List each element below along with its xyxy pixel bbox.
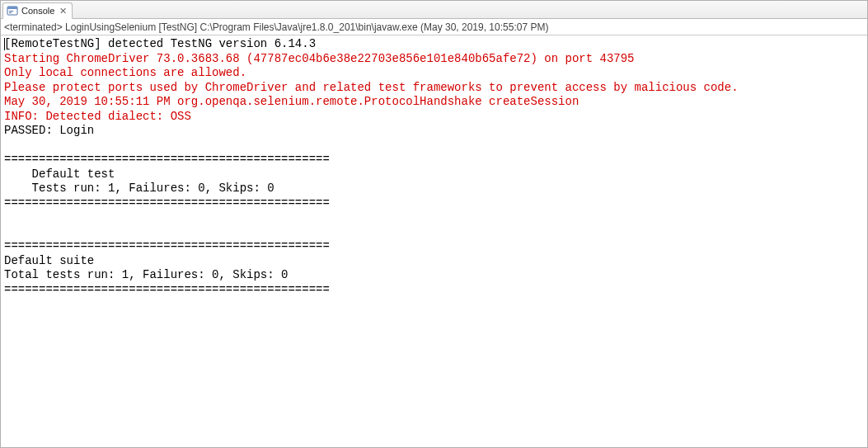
tab-label: Console — [21, 6, 54, 16]
console-line-text: PASSED: Login — [4, 124, 94, 137]
console-line: Total tests run: 1, Failures: 0, Skips: … — [4, 268, 864, 283]
status-config: LoginUsingSelenium [TestNG] — [65, 21, 197, 33]
console-line — [4, 139, 864, 153]
status-timestamp: (May 30, 2019, 10:55:07 PM) — [420, 21, 548, 33]
console-line-text: [RemoteTestNG] detected TestNG version 6… — [4, 37, 316, 50]
console-line-text: Total tests run: 1, Failures: 0, Skips: … — [4, 268, 288, 281]
console-line-text: ========================================… — [4, 239, 330, 252]
console-line: May 30, 2019 10:55:11 PM org.openqa.sele… — [4, 95, 864, 110]
console-line-text: ========================================… — [4, 283, 330, 296]
console-line: ========================================… — [4, 153, 864, 167]
console-line-text — [4, 225, 11, 238]
console-line-text — [4, 210, 11, 224]
console-line: ========================================… — [4, 239, 864, 254]
close-icon[interactable]: ✕ — [59, 7, 67, 16]
console-line: Starting ChromeDriver 73.0.3683.68 (4778… — [4, 52, 864, 67]
svg-rect-3 — [9, 12, 12, 13]
svg-rect-2 — [9, 11, 13, 12]
console-line-text: Default suite — [4, 254, 94, 267]
console-line-text: Default test — [4, 167, 115, 181]
console-line-text: May 30, 2019 10:55:11 PM org.openqa.sele… — [4, 95, 579, 108]
console-line: INFO: Detected dialect: OSS — [4, 110, 864, 125]
console-output[interactable]: [RemoteTestNG] detected TestNG version 6… — [1, 35, 867, 314]
console-line: ========================================… — [4, 283, 864, 298]
console-line: [RemoteTestNG] detected TestNG version 6… — [4, 37, 864, 52]
console-line: Default test — [4, 167, 864, 182]
console-line — [4, 297, 864, 312]
console-icon — [7, 5, 18, 17]
status-terminated: <terminated> — [4, 21, 63, 33]
console-line-text — [4, 297, 11, 310]
console-line: Default suite — [4, 254, 864, 269]
console-line: PASSED: Login — [4, 124, 864, 139]
svg-rect-1 — [7, 7, 17, 9]
console-line-text: INFO: Detected dialect: OSS — [4, 110, 191, 123]
tab-console[interactable]: Console ✕ — [2, 2, 73, 19]
console-line-text: Starting ChromeDriver 73.0.3683.68 (4778… — [4, 52, 635, 65]
console-line: Please protect ports used by ChromeDrive… — [4, 81, 864, 96]
console-line: ========================================… — [4, 196, 864, 211]
console-line-text: ========================================… — [4, 196, 330, 210]
console-line — [4, 225, 864, 240]
tab-bar: Console ✕ — [1, 1, 867, 19]
console-line: Tests run: 1, Failures: 0, Skips: 0 — [4, 182, 864, 196]
launch-status-line: <terminated> LoginUsingSelenium [TestNG]… — [1, 19, 867, 35]
status-path: C:\Program Files\Java\jre1.8.0_201\bin\j… — [199, 21, 417, 33]
console-line-text — [4, 139, 11, 152]
console-line: Only local connections are allowed. — [4, 66, 864, 81]
console-line — [4, 210, 864, 225]
console-line-text: Please protect ports used by ChromeDrive… — [4, 81, 739, 94]
console-line-text: Tests run: 1, Failures: 0, Skips: 0 — [4, 182, 274, 195]
console-line-text: ========================================… — [4, 153, 330, 166]
console-line-text: Only local connections are allowed. — [4, 66, 246, 79]
